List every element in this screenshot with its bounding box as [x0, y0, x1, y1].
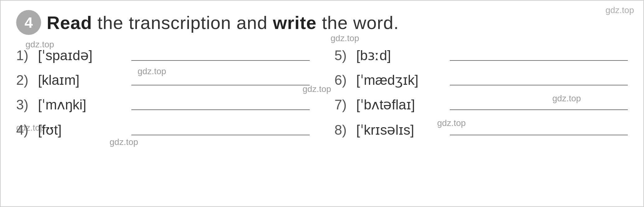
item-6: 6) [ˈmædʒɪk] — [335, 72, 628, 88]
item-7-answer-line — [450, 109, 628, 110]
item-5-answer-line — [450, 60, 628, 61]
item-3-transcription: [ˈmʌŋki] — [38, 97, 125, 113]
item-1-transcription: [ˈspaɪdə] — [38, 47, 125, 63]
watermark-center: gdz.top — [303, 84, 331, 94]
item-8: 8) [ˈkrɪsəlɪs] — [335, 122, 628, 138]
item-2-answer-line — [131, 85, 310, 85]
header-normal3: the word. — [322, 12, 399, 33]
header-normal2: and — [237, 12, 273, 33]
item-3: 3) [ˈmʌŋki] — [16, 97, 310, 113]
watermark-2: gdz.top — [331, 33, 359, 43]
page-container: gdz.top 4 Read the transcription and wri… — [0, 0, 644, 207]
exercise-number: 4 — [16, 10, 41, 35]
left-column: 1) [ˈspaɪdə] gdz.top 2) [klaɪm] 3) [ˈmʌŋ… — [16, 47, 310, 147]
watermark-top-right: gdz.top — [605, 5, 634, 15]
header-bold1: Read — [47, 12, 92, 33]
item-7-number: 7) — [335, 97, 356, 113]
item-5: 5) [bɜːd] — [335, 47, 628, 63]
header-row: 4 Read the transcription and write the w… — [16, 10, 628, 35]
item-8-answer-line — [450, 135, 628, 135]
content-grid: 1) [ˈspaɪdə] gdz.top 2) [klaɪm] 3) [ˈmʌŋ… — [16, 47, 628, 147]
item-1-number: 1) — [16, 48, 38, 63]
item-4-answer-line — [131, 135, 310, 135]
header-text: Read the transcription and write the wor… — [47, 12, 399, 33]
item-8-number: 8) — [335, 122, 356, 138]
item-7: 7) [ˈbʌtəflaɪ] — [335, 97, 628, 113]
item-3-number: 3) — [16, 97, 38, 113]
item-1-answer-line — [131, 60, 310, 61]
right-column: 5) [bɜːd] 6) [ˈmædʒɪk] gdz.top 7) [ˈbʌtə… — [335, 47, 628, 147]
watermark-4line: gdz.top — [110, 137, 138, 147]
item-4: 4) [fʊt] — [16, 122, 310, 138]
header-bold2: write — [273, 12, 317, 33]
item-1: 1) [ˈspaɪdə] — [16, 47, 310, 63]
item-7-transcription: [ˈbʌtəflaɪ] — [356, 97, 444, 113]
item-2-number: 2) — [16, 72, 38, 88]
item-5-number: 5) — [335, 48, 356, 63]
item-2: 2) [klaɪm] — [16, 72, 310, 88]
item-6-answer-line — [450, 85, 628, 85]
header-normal1: the transcription — [97, 12, 237, 33]
item-6-transcription: [ˈmædʒɪk] — [356, 72, 444, 88]
item-4-number: 4) — [16, 122, 38, 138]
item-3-answer-line — [131, 109, 310, 110]
item-2-transcription: [klaɪm] — [38, 72, 125, 88]
item-4-transcription: [fʊt] — [38, 122, 125, 138]
item-6-number: 6) — [335, 72, 356, 88]
item-5-transcription: [bɜːd] — [356, 47, 444, 63]
item-8-transcription: [ˈkrɪsəlɪs] — [356, 122, 444, 138]
